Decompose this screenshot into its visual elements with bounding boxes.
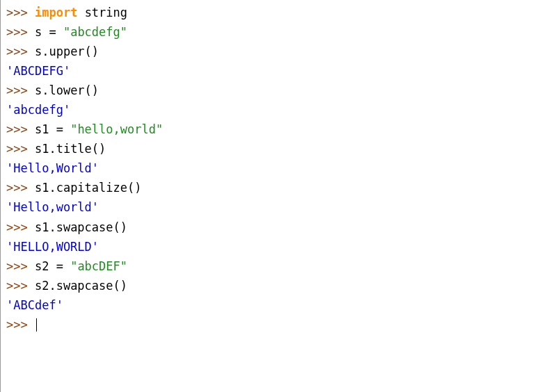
prompt: >>>: [6, 122, 28, 136]
string-literal: "abcDEF": [70, 259, 127, 273]
prompt: >>>: [6, 6, 28, 19]
code-text: s1.capitalize(): [28, 181, 142, 195]
repl-output: 'ABCDEFG': [6, 61, 544, 81]
string-literal: "hello,world": [70, 122, 163, 136]
repl-line: >>> s1.swapcase(): [6, 218, 544, 237]
repl-line: >>> s2 = "abcDEF": [6, 256, 544, 276]
prompt: >>>: [6, 279, 28, 293]
repl-line: >>> s1.title(): [6, 139, 544, 158]
code-text: [28, 6, 35, 19]
repl-line: >>> s.upper(): [6, 42, 544, 61]
output-text: 'ABCDEFG': [6, 64, 70, 78]
repl-line: >>> s.lower(): [6, 81, 544, 100]
repl-line[interactable]: >>>: [6, 315, 544, 334]
prompt: >>>: [6, 220, 28, 234]
code-text: s1 =: [28, 122, 70, 136]
code-text: [28, 318, 35, 332]
prompt: >>>: [6, 318, 28, 332]
output-text: 'Hello,world': [6, 200, 99, 214]
repl-output: 'ABCdef': [6, 295, 544, 315]
code-text: s2 =: [28, 259, 70, 273]
repl-output: 'HELLO,WORLD': [6, 237, 544, 256]
code-text: s2.swapcase(): [28, 279, 127, 293]
prompt: >>>: [6, 181, 28, 195]
repl-output: 'abcdefg': [6, 100, 544, 120]
repl-line: >>> s1.capitalize(): [6, 178, 544, 197]
prompt: >>>: [6, 44, 28, 58]
code-text: s1.title(): [28, 142, 106, 156]
module-name: string: [77, 6, 127, 19]
repl-line: >>> s = "abcdefg": [6, 22, 544, 42]
code-text: s.upper(): [28, 44, 99, 58]
repl-output: 'Hello,World': [6, 158, 544, 178]
repl-line: >>> s1 = "hello,world": [6, 120, 544, 139]
prompt: >>>: [6, 259, 28, 273]
code-text: s =: [28, 25, 63, 39]
code-text: s.lower(): [28, 83, 99, 97]
prompt: >>>: [6, 83, 28, 97]
output-text: 'Hello,World': [6, 161, 99, 175]
repl-line: >>> s2.swapcase(): [6, 276, 544, 295]
code-text: s1.swapcase(): [28, 220, 127, 234]
output-text: 'ABCdef': [6, 298, 63, 312]
python-repl: >>> import string >>> s = "abcdefg" >>> …: [0, 0, 544, 392]
output-text: 'abcdefg': [6, 103, 70, 117]
keyword-import: import: [35, 6, 77, 19]
repl-line: >>> import string: [6, 3, 544, 22]
cursor-icon: [36, 318, 37, 332]
repl-output: 'Hello,world': [6, 197, 544, 217]
prompt: >>>: [6, 142, 28, 156]
prompt: >>>: [6, 25, 28, 39]
string-literal: "abcdefg": [63, 25, 127, 39]
output-text: 'HELLO,WORLD': [6, 240, 99, 254]
